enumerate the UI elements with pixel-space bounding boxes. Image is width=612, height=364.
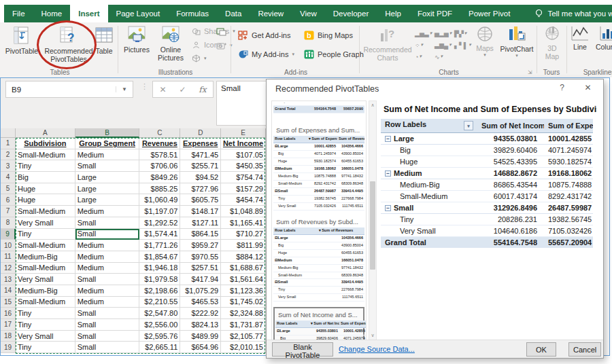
collapse-icon[interactable]: − bbox=[385, 205, 391, 211]
pivotchart-button[interactable]: PivotChart ▾ bbox=[499, 25, 534, 58]
online-pictures-button[interactable]: Online Pictures bbox=[154, 25, 188, 62]
cell-D14[interactable]: $1,075.29 bbox=[180, 285, 221, 297]
row-header-9[interactable]: 9 bbox=[1, 229, 16, 240]
row-header-3[interactable]: 3 bbox=[1, 160, 16, 172]
cell-A16[interactable]: Tiny bbox=[16, 308, 75, 319]
get-addins-button[interactable]: Get Add-ins bbox=[238, 31, 290, 40]
charts-dialog-launcher-icon[interactable]: ⇲ bbox=[528, 69, 532, 75]
row-header-10[interactable]: 10 bbox=[1, 240, 16, 251]
column-chart-icon[interactable]: ▂▅▃▾ bbox=[415, 28, 435, 39]
cell-B1[interactable]: Group Segment bbox=[75, 138, 140, 149]
cell-C17[interactable]: $2,556.00 bbox=[139, 319, 180, 331]
pivottable-button[interactable]: PivotTable bbox=[4, 25, 39, 55]
cell-B19[interactable]: Small bbox=[75, 342, 140, 353]
row-header-1[interactable]: 1 bbox=[1, 138, 16, 149]
cell-B18[interactable]: Small bbox=[75, 331, 140, 342]
cell-A8[interactable]: Very Small bbox=[16, 217, 75, 229]
cell-E17[interactable]: $1,731.87 bbox=[221, 319, 266, 331]
cell-A7[interactable]: Small-Medium bbox=[16, 206, 75, 217]
scrollbar-thumb[interactable] bbox=[370, 181, 375, 270]
cell-C2[interactable]: $578.51 bbox=[139, 149, 180, 161]
row-header-16[interactable]: 16 bbox=[1, 308, 16, 319]
tell-me-box[interactable]: Tell me what you want to do bbox=[534, 5, 612, 22]
cell-B16[interactable]: Small bbox=[75, 308, 140, 319]
row-header-17[interactable]: 17 bbox=[1, 319, 16, 331]
cell-E19[interactable]: $2,010.15 bbox=[221, 342, 266, 353]
row-header-4[interactable]: 4 bbox=[1, 172, 16, 183]
cell-C15[interactable]: $2,210.55 bbox=[139, 297, 180, 308]
cell-A3[interactable]: Tiny bbox=[16, 160, 75, 172]
cell-E16[interactable]: $2,324.88 bbox=[221, 308, 266, 319]
ribbon-tab-home[interactable]: Home bbox=[33, 5, 71, 22]
cell-E2[interactable]: $107.05 bbox=[221, 149, 266, 161]
name-box[interactable]: B9 ▼ bbox=[5, 81, 133, 98]
cell-C5[interactable]: $885.25 bbox=[139, 183, 180, 195]
dialog-close-button[interactable]: ✕ bbox=[582, 83, 594, 94]
collapse-icon[interactable]: − bbox=[385, 136, 391, 142]
cell-B17[interactable]: Small bbox=[75, 319, 140, 331]
thumbnail-scrollbar[interactable]: ∧ ∨ bbox=[369, 101, 377, 340]
cell-D11[interactable]: $970.55 bbox=[180, 251, 221, 263]
cell-D4[interactable]: $94.52 bbox=[180, 172, 221, 183]
pivottable-thumbnail-2[interactable]: Sum of Expenses and Sum...Row Labels▾ Su… bbox=[273, 124, 364, 211]
select-all-corner[interactable] bbox=[1, 128, 16, 138]
cell-C12[interactable]: $1,946.18 bbox=[139, 263, 180, 274]
hierarchy-chart-icon[interactable]: ▛▞▾ bbox=[454, 28, 474, 39]
cell-A14[interactable]: Medium-Big bbox=[16, 285, 75, 297]
cell-A5[interactable]: Huge bbox=[16, 183, 75, 195]
ribbon-tab-formulas[interactable]: Formulas bbox=[168, 5, 217, 22]
pie-chart-icon[interactable]: ◔▾ bbox=[415, 51, 435, 62]
row-header-8[interactable]: 8 bbox=[1, 217, 16, 229]
ribbon-tab-foxit-pdf[interactable]: Foxit PDF bbox=[409, 5, 460, 22]
cell-D8[interactable]: $127.11 bbox=[180, 217, 221, 229]
cell-A11[interactable]: Medium-Big bbox=[16, 251, 75, 263]
cell-B14[interactable]: Medium bbox=[75, 285, 140, 297]
cell-B7[interactable]: Medium bbox=[75, 206, 140, 217]
cell-E9[interactable]: $710.27 bbox=[221, 229, 266, 240]
cell-A1[interactable]: Subdivision bbox=[16, 138, 75, 149]
3d-map-button[interactable]: 3D Map bbox=[540, 25, 564, 60]
cell-D7[interactable]: $148.17 bbox=[180, 206, 221, 217]
change-source-data-link[interactable]: Change Source Data... bbox=[339, 345, 415, 353]
cell-E10[interactable]: $811.99 bbox=[221, 240, 266, 251]
blank-pivottable-button[interactable]: Blank PivotTable bbox=[272, 342, 333, 357]
column-header-C[interactable]: C bbox=[139, 128, 180, 138]
scroll-down-icon[interactable]: ∨ bbox=[369, 333, 376, 338]
cell-C7[interactable]: $1,197.07 bbox=[139, 206, 180, 217]
cell-C16[interactable]: $2,547.80 bbox=[139, 308, 180, 319]
my-addins-button[interactable]: My Add-ins ▾ bbox=[238, 50, 294, 59]
ribbon-tab-help[interactable]: Help bbox=[377, 5, 409, 22]
row-header-19[interactable]: 19 bbox=[1, 342, 16, 353]
row-header-12[interactable]: 12 bbox=[1, 263, 16, 274]
collapse-icon[interactable]: − bbox=[385, 170, 391, 177]
shapes-button[interactable]: Shapes▾ bbox=[192, 27, 235, 35]
cell-E1[interactable]: Net Income bbox=[221, 138, 266, 149]
screenshot-plus-button[interactable]: ▾ bbox=[216, 42, 233, 50]
cell-A12[interactable]: Small-Medium bbox=[16, 263, 75, 274]
cell-D17[interactable]: $824.13 bbox=[180, 319, 221, 331]
confirm-entry-icon[interactable]: ✓ bbox=[179, 85, 186, 94]
cell-B9[interactable]: Small bbox=[75, 229, 140, 240]
cell-B3[interactable]: Small bbox=[75, 160, 140, 172]
cell-B5[interactable]: Large bbox=[75, 183, 140, 195]
sparkline-line-button[interactable]: Line bbox=[570, 25, 590, 51]
cell-D18[interactable]: $489.99 bbox=[180, 331, 221, 342]
cell-B4[interactable]: Large bbox=[75, 172, 140, 183]
cell-C13[interactable]: $1,979.58 bbox=[139, 274, 180, 285]
cell-A2[interactable]: Small-Medium bbox=[16, 149, 75, 161]
pivottable-thumbnail-3[interactable]: Sum of Revenues by Subd...Row Labels▾ Su… bbox=[273, 216, 364, 302]
dialog-help-button[interactable]: ? bbox=[556, 83, 568, 94]
row-header-18[interactable]: 18 bbox=[1, 331, 16, 342]
column-header-A[interactable]: A bbox=[16, 128, 75, 138]
insert-function-icon[interactable]: fx bbox=[199, 85, 206, 94]
bar-chart-icon[interactable]: ▅▂▅▾ bbox=[435, 28, 454, 39]
table-button[interactable]: Table bbox=[91, 25, 117, 55]
cell-A15[interactable]: Small-Medium bbox=[16, 297, 75, 308]
cell-D3[interactable]: $255.71 bbox=[180, 160, 221, 172]
cell-E13[interactable]: $1,561.64 bbox=[221, 274, 266, 285]
cell-E7[interactable]: $1,048.89 bbox=[221, 206, 266, 217]
cell-D6[interactable]: $605.75 bbox=[180, 194, 221, 206]
cell-E3[interactable]: $450.35 bbox=[221, 160, 266, 172]
cell-B11[interactable]: Medium bbox=[75, 251, 140, 263]
row-header-5[interactable]: 5 bbox=[1, 183, 16, 195]
